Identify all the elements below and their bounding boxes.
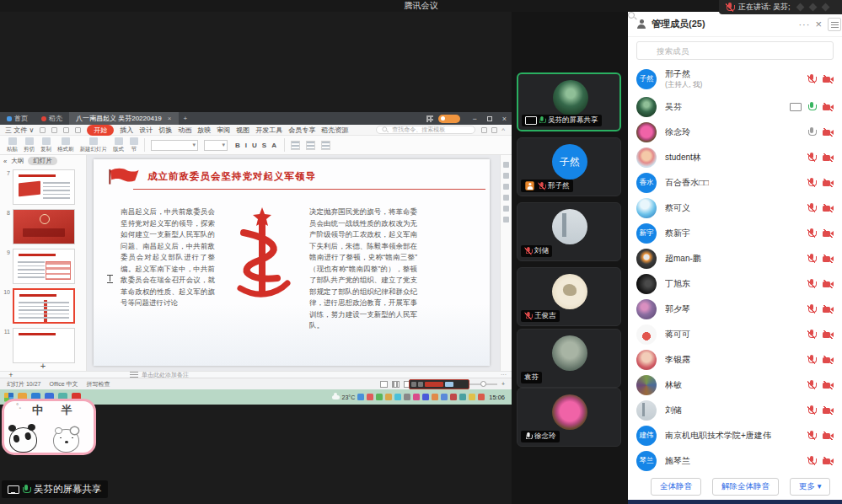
wps-home-tab[interactable]: 首页 [0, 112, 35, 125]
member-row-8[interactable]: 丁旭东 [628, 271, 842, 297]
font-family-select[interactable] [151, 140, 198, 151]
camera-off-icon[interactable] [823, 128, 834, 137]
member-row-11[interactable]: 李银露 [628, 347, 842, 373]
collapse-pane-icon[interactable]: « [3, 158, 7, 165]
save-icon[interactable] [40, 127, 46, 133]
font-style-button-U[interactable]: U [250, 142, 259, 149]
member-row-4[interactable]: 香水百合香水□□ [628, 170, 842, 196]
mic-muted-icon[interactable] [807, 355, 815, 365]
mic-muted-icon[interactable] [807, 74, 815, 84]
weather-temp[interactable]: 23°C [342, 394, 356, 400]
tray-icon-12[interactable] [469, 394, 475, 400]
member-row-12[interactable]: 林敏 [628, 373, 842, 398]
share-icon[interactable] [481, 127, 487, 133]
font-style-button-I[interactable]: I [244, 142, 249, 149]
wps-menu-0[interactable]: 开始 [87, 125, 114, 136]
ribbon-item-1[interactable]: 剪切 [24, 137, 35, 153]
mic-muted-icon[interactable] [807, 380, 815, 390]
tray-icon-10[interactable] [450, 394, 457, 400]
slide-thumbnail-11[interactable] [13, 328, 75, 363]
footer-button-1[interactable]: 解除全体静音 [712, 478, 779, 496]
wps-menu-4[interactable]: 动画 [178, 126, 191, 135]
rail-icon[interactable] [503, 206, 509, 212]
rail-icon[interactable] [503, 217, 509, 223]
wps-menu-1[interactable]: 插入 [120, 126, 133, 135]
slide-title[interactable]: 成立前敌委员会坚持党对起义军领导 [147, 170, 316, 183]
slide-thumbnail-7[interactable] [13, 169, 75, 205]
align-left-icon[interactable] [291, 141, 300, 150]
end-share-button[interactable] [425, 382, 443, 387]
member-row-10[interactable]: 蒋可可 [628, 322, 842, 347]
file-menu[interactable]: 三 文件 ∨ [5, 126, 34, 135]
mic-muted-icon[interactable] [807, 330, 815, 340]
camera-off-icon[interactable] [823, 75, 834, 83]
mic-muted-icon[interactable] [807, 203, 815, 213]
camera-off-icon[interactable] [823, 457, 834, 465]
minimize-button[interactable]: − [467, 115, 481, 123]
camera-off-icon[interactable] [823, 406, 834, 415]
member-search-input[interactable] [657, 46, 826, 56]
video-tile-4[interactable]: 袁芬 [517, 329, 621, 388]
video-tile-2[interactable]: 刘储 [517, 202, 621, 261]
tray-icon-9[interactable] [441, 394, 448, 400]
font-style-button-S[interactable]: S [260, 142, 268, 149]
camera-off-icon[interactable] [823, 179, 834, 187]
member-row-14[interactable]: 建伟南京机电职技术学院+唐建伟 [628, 423, 842, 448]
member-row-15[interactable]: 琴兰施琴兰 [628, 448, 842, 472]
wps-menu-7[interactable]: 视图 [236, 126, 249, 135]
slide-thumbnail-8[interactable] [13, 209, 75, 244]
rail-icon[interactable] [503, 173, 509, 179]
member-row-9[interactable]: 郭夕琴 [628, 297, 842, 322]
collapse-ribbon-icon[interactable]: ^ [501, 126, 505, 134]
wps-menu-8[interactable]: 开发工具 [255, 126, 282, 135]
mic-muted-icon[interactable] [807, 431, 815, 441]
tray-icon-8[interactable] [432, 394, 438, 400]
redo-icon[interactable] [75, 127, 81, 133]
camera-off-icon[interactable] [823, 229, 834, 238]
sorter-view-icon[interactable] [392, 381, 400, 388]
tray-icon-11[interactable] [459, 394, 466, 400]
camera-off-icon[interactable] [823, 153, 834, 162]
member-row-6[interactable]: 新宇蔡新宇 [628, 221, 842, 246]
wps-menu-2[interactable]: 设计 [139, 126, 153, 135]
member-row-5[interactable]: 蔡可义 [628, 196, 842, 221]
pane-tab-1[interactable]: 幻灯片 [28, 157, 57, 165]
member-search-box[interactable] [636, 41, 834, 60]
weather-icon[interactable] [332, 395, 340, 399]
new-doc-tab-button[interactable]: + [179, 115, 193, 122]
tray-icon-3[interactable] [385, 394, 392, 400]
member-row-0[interactable]: 子然邢子然(主持人, 我) [628, 64, 842, 94]
camera-off-icon[interactable] [823, 255, 834, 263]
mic-idle-icon[interactable] [807, 127, 815, 137]
footer-button-0[interactable]: 全体静音 [651, 478, 701, 496]
mic-muted-icon[interactable] [807, 228, 815, 239]
panel-more-icon[interactable]: ··· [798, 19, 810, 29]
ribbon-item-4[interactable]: 新建幻灯片 [80, 137, 108, 153]
video-tile-0[interactable]: 吴芬的屏幕共享 [517, 72, 621, 131]
wps-menu-9[interactable]: 会员专享 [288, 126, 315, 135]
tray-icon-1[interactable] [367, 394, 373, 400]
camera-off-icon[interactable] [823, 381, 834, 389]
font-style-button-B[interactable]: B [233, 142, 242, 149]
tray-icon-2[interactable] [376, 394, 383, 400]
slide-right-text[interactable]: 决定抛弃国民党的旗号，将革命委员会由统一战线性质的政权改为无产阶级领导的工农政权… [309, 206, 417, 332]
tray-icon-13[interactable] [478, 394, 485, 400]
command-search-box[interactable]: 查找命令、搜索模板 [376, 126, 475, 134]
add-slide-button[interactable]: + [0, 362, 86, 370]
rail-icon[interactable] [503, 184, 509, 190]
mic-muted-icon[interactable] [807, 279, 815, 289]
slide-left-text[interactable]: 南昌起义后，中共前敌委员会坚持党对起义军的领导，探索如何建立一支新型人民军队的问… [121, 206, 215, 332]
floating-meeting-toolbar[interactable] [409, 379, 469, 389]
undo-icon[interactable] [63, 127, 69, 133]
tray-icon-6[interactable] [413, 394, 420, 400]
rail-icon[interactable] [503, 162, 509, 168]
mic-muted-icon[interactable] [807, 178, 815, 188]
mic-muted-icon[interactable] [807, 304, 815, 314]
tray-icon-0[interactable] [357, 394, 364, 400]
wps-menu-5[interactable]: 放映 [197, 126, 211, 135]
camera-off-icon[interactable] [823, 103, 834, 111]
zoom-knob[interactable] [480, 381, 486, 387]
ribbon-item-2[interactable]: 复制 [40, 137, 51, 153]
camera-off-icon[interactable] [823, 305, 834, 314]
font-style-button-A[interactable]: A [270, 142, 278, 149]
